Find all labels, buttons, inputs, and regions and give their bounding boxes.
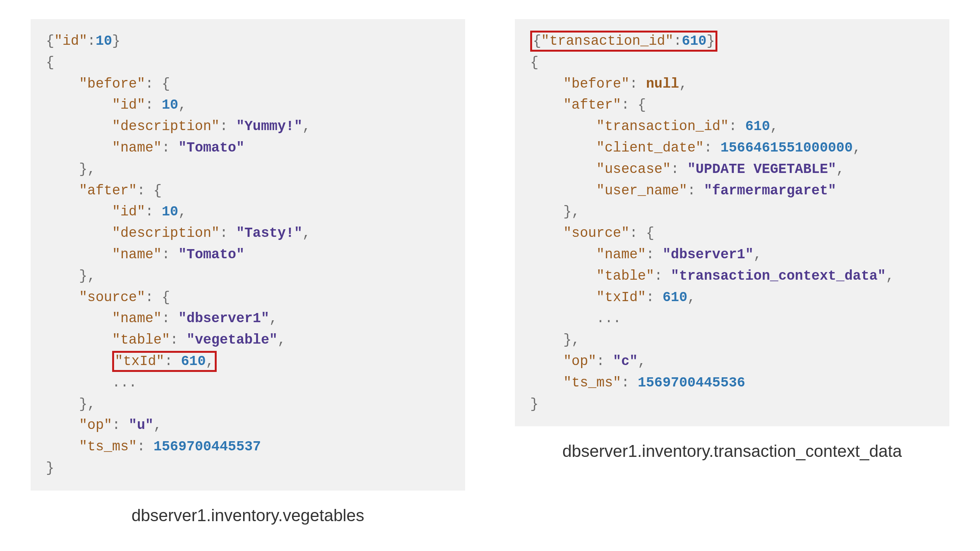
- code-token: 1569700445537: [154, 439, 261, 455]
- code-token: [530, 140, 596, 156]
- code-token: "client_date": [596, 140, 704, 156]
- code-token: :: [112, 417, 129, 433]
- code-token: {: [533, 33, 541, 49]
- code-token: "after": [563, 97, 621, 113]
- code-token: [530, 247, 596, 262]
- code-token: ,: [178, 204, 187, 220]
- code-token: "source": [79, 290, 145, 305]
- code-token: "u": [129, 417, 154, 433]
- code-token: :: [162, 311, 178, 326]
- code-token: },: [530, 332, 580, 348]
- code-token: [46, 247, 112, 262]
- code-token: ,: [836, 161, 844, 177]
- code-token: "dbserver1": [663, 247, 754, 262]
- code-token: [530, 268, 596, 284]
- code-token: : {: [145, 290, 170, 305]
- code-token: "id": [112, 204, 145, 220]
- left-caption: dbserver1.inventory.vegetables: [31, 506, 465, 525]
- code-token: [46, 140, 112, 156]
- code-token: ,: [278, 332, 286, 348]
- code-token: }: [112, 33, 121, 49]
- code-token: "Tomato": [178, 140, 245, 156]
- code-token: "before": [79, 76, 145, 92]
- code-token: :: [145, 97, 162, 113]
- code-token: [46, 97, 112, 113]
- code-token: "name": [112, 311, 162, 326]
- code-token: "Yummy!": [236, 119, 302, 134]
- slide-content: {"id":10} { "before": { "id": 10, "descr…: [0, 0, 980, 525]
- code-token: 610: [682, 33, 707, 49]
- code-token: :: [621, 375, 638, 391]
- code-token: : {: [621, 97, 646, 113]
- code-token: "usecase": [596, 161, 671, 177]
- code-token: }: [707, 33, 715, 49]
- code-token: [46, 332, 112, 348]
- code-token: "id": [112, 97, 145, 113]
- code-token: "name": [112, 247, 162, 262]
- code-token: :: [164, 354, 181, 369]
- code-token: "dbserver1": [178, 311, 270, 326]
- code-token: [46, 439, 79, 455]
- code-token: [46, 354, 112, 369]
- code-token: :: [596, 354, 613, 369]
- code-token: "txId": [115, 354, 165, 369]
- code-token: :: [162, 247, 178, 262]
- code-token: ,: [687, 290, 696, 305]
- code-token: :: [673, 33, 682, 49]
- code-token: "source": [563, 225, 629, 241]
- code-token: "Tomato": [178, 247, 245, 262]
- code-token: "transaction_id": [541, 33, 674, 49]
- left-column: {"id":10} { "before": { "id": 10, "descr…: [31, 19, 465, 525]
- code-token: ,: [178, 97, 187, 113]
- code-token: },: [46, 396, 96, 412]
- code-token: [530, 290, 596, 305]
- code-token: [46, 290, 79, 305]
- code-token: :: [728, 119, 745, 134]
- code-token: : {: [137, 183, 162, 199]
- code-token: "farmermargaret": [704, 183, 836, 199]
- highlight-box: {"transaction_id":610}: [530, 31, 717, 52]
- code-token: "name": [596, 247, 646, 262]
- code-token: [46, 183, 79, 199]
- code-token: 10: [96, 33, 112, 49]
- code-token: ,: [269, 311, 278, 326]
- code-token: "vegetable": [186, 332, 278, 348]
- code-token: ...: [530, 311, 621, 326]
- code-token: "table": [112, 332, 170, 348]
- code-token: :: [170, 332, 186, 348]
- code-token: "op": [563, 354, 596, 369]
- code-token: ...: [46, 375, 137, 391]
- code-token: :: [704, 140, 720, 156]
- code-token: ,: [853, 140, 861, 156]
- code-token: "txId": [596, 290, 646, 305]
- code-token: "transaction_id": [596, 119, 729, 134]
- code-token: :: [687, 183, 704, 199]
- code-token: 610: [745, 119, 770, 134]
- code-token: "user_name": [596, 183, 688, 199]
- right-caption: dbserver1.inventory.transaction_context_…: [515, 442, 949, 461]
- code-token: ,: [206, 354, 214, 369]
- code-token: [46, 119, 112, 134]
- code-token: ,: [753, 247, 762, 262]
- code-token: [530, 97, 563, 113]
- code-token: "ts_ms": [79, 439, 137, 455]
- code-token: [530, 119, 596, 134]
- code-token: 10: [162, 204, 178, 220]
- code-token: [530, 183, 596, 199]
- code-token: ,: [302, 119, 311, 134]
- code-token: [46, 311, 112, 326]
- code-token: null: [646, 76, 679, 92]
- code-token: [530, 76, 563, 92]
- code-token: "name": [112, 140, 162, 156]
- code-token: "UPDATE VEGETABLE": [687, 161, 836, 177]
- code-token: :: [220, 119, 236, 134]
- code-token: "Tasty!": [236, 225, 302, 241]
- code-token: :: [646, 290, 662, 305]
- code-token: ,: [679, 76, 688, 92]
- code-token: :: [671, 161, 687, 177]
- code-token: [46, 204, 112, 220]
- code-token: {: [530, 55, 539, 70]
- transaction-context-json-block: {"transaction_id":610} { "before": null,…: [515, 19, 949, 426]
- code-token: 1569700445536: [638, 375, 745, 391]
- code-token: {: [46, 55, 54, 70]
